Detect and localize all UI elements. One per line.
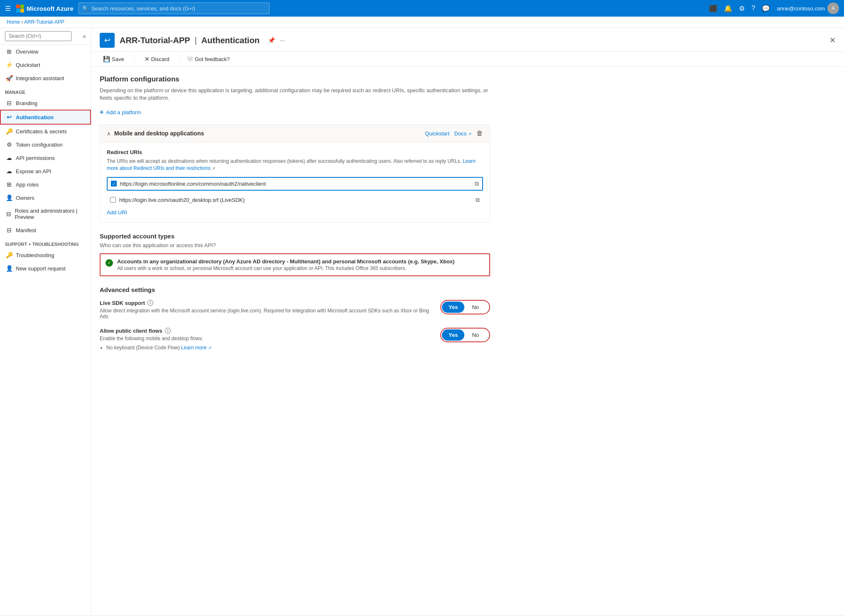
live-sdk-yes[interactable]: Yes [442, 302, 464, 313]
sidebar-item-owners[interactable]: 👤 Owners [0, 191, 91, 204]
sidebar-item-certs[interactable]: 🔑 Certificates & secrets [0, 125, 91, 138]
toolbar-divider-2 [179, 55, 180, 63]
live-sdk-toggle-wrapper: Yes No [440, 300, 490, 314]
sidebar-item-manifest[interactable]: ⊟ Manifest [0, 223, 91, 237]
copy-icon-1[interactable]: ⧉ [475, 180, 479, 187]
platform-card-header: ∧ Mobile and desktop applications Quicks… [100, 125, 490, 142]
breadcrumb-app[interactable]: ARR-Tutorial-APP [24, 19, 64, 25]
token-icon: ⚙ [6, 141, 12, 148]
sidebar-item-token[interactable]: ⚙ Token configuration [0, 138, 91, 151]
sidebar-item-label: Manifest [16, 227, 36, 233]
sidebar-item-label: App roles [16, 182, 39, 188]
toolbar-divider [134, 55, 135, 63]
add-uri-button[interactable]: Add URI [107, 209, 483, 216]
docs-link[interactable]: Docs ↗ [454, 130, 471, 137]
sidebar-item-authentication[interactable]: ↩ Authentication [0, 110, 91, 125]
platform-configs-desc: Depending on the platform or device this… [100, 87, 490, 102]
search-input[interactable] [91, 5, 266, 12]
live-sdk-no[interactable]: No [465, 302, 486, 313]
sidebar-item-branding[interactable]: ⊟ Branding [0, 96, 91, 110]
public-client-yes[interactable]: Yes [442, 329, 464, 341]
avatar: A [827, 2, 839, 14]
uri-checkbox-1[interactable]: ✓ [111, 181, 117, 187]
sidebar-item-support[interactable]: 👤 New support request [0, 262, 91, 275]
feedback-icon[interactable]: 💬 [762, 5, 770, 12]
content-area: ↩ ARR-Tutorial-APP | Authentication 📌 ··… [91, 28, 844, 615]
external-link-icon: ↗ [468, 132, 471, 136]
public-client-label: Allow public client flows [100, 328, 162, 334]
svg-rect-2 [16, 9, 20, 12]
live-sdk-content: Live SDK support i Allow direct integrat… [100, 300, 434, 319]
notifications-icon[interactable]: 🔔 [724, 5, 732, 12]
cloud-shell-icon[interactable]: ⬛ [709, 5, 717, 12]
sidebar-item-label: Authentication [16, 114, 54, 120]
sidebar-item-troubleshooting[interactable]: 🔑 Troubleshooting [0, 248, 91, 262]
account-option-selected[interactable]: ✓ Accounts in any organizational directo… [100, 253, 490, 276]
sidebar-item-approles[interactable]: ⊞ App roles [0, 178, 91, 191]
manifest-icon: ⊟ [6, 227, 12, 233]
sidebar-item-quickstart[interactable]: ⚡ Quickstart [0, 58, 91, 71]
uri-text-1: https://login.microsoftonline.com/common… [120, 181, 471, 187]
supported-accounts-title: Supported account types [100, 233, 490, 240]
sidebar-search-input[interactable] [5, 31, 71, 41]
sidebar-item-label: Owners [16, 195, 34, 201]
live-sdk-setting: Live SDK support i Allow direct integrat… [100, 300, 490, 319]
sidebar-item-label: Overview [16, 49, 38, 55]
public-client-setting: Allow public client flows i Enable the f… [100, 328, 490, 352]
help-icon[interactable]: ? [751, 5, 755, 12]
app-logo: Microsoft Azure [16, 4, 74, 12]
owners-icon: 👤 [6, 194, 12, 201]
user-menu[interactable]: anne@contoso.com A [777, 2, 839, 14]
add-platform-button[interactable]: + Add a platform [100, 108, 490, 116]
support-section-label: Support + Troubleshooting [0, 237, 91, 248]
main-container: « ⊞ Overview ⚡ Quickstart 🚀 Integration … [0, 28, 844, 615]
hamburger-icon[interactable]: ☰ [5, 5, 11, 12]
public-client-bullet-1: No keyboard (Device Code Flow) Learn mor… [106, 345, 434, 351]
feedback-button[interactable]: 🤍 Got feedback? [186, 56, 230, 62]
svg-rect-1 [20, 5, 24, 8]
save-button[interactable]: 💾 Save [100, 54, 128, 64]
info-icon-live: i [147, 300, 153, 306]
sidebar-item-integration[interactable]: 🚀 Integration assistant [0, 71, 91, 85]
sidebar-item-label: API permissions [16, 155, 55, 161]
quickstart-link[interactable]: Quickstart [425, 130, 449, 137]
discard-button[interactable]: ✕ Discard [141, 54, 173, 64]
collapse-icon[interactable]: ∧ [107, 130, 111, 137]
support-icon: 👤 [6, 265, 12, 272]
settings-icon[interactable]: ⚙ [739, 5, 745, 12]
sidebar-item-label: Branding [16, 100, 37, 106]
sidebar-item-label: Quickstart [16, 62, 40, 68]
account-option-title: Accounts in any organizational directory… [117, 258, 484, 265]
learn-more-link[interactable]: Learn more ↗ [181, 345, 211, 351]
public-client-toggle[interactable]: Yes No [440, 328, 490, 342]
public-client-content: Allow public client flows i Enable the f… [100, 328, 434, 352]
sidebar-item-api[interactable]: ☁ API permissions [0, 151, 91, 164]
authentication-icon: ↩ [6, 114, 12, 120]
sidebar-item-expose[interactable]: ☁ Expose an API [0, 164, 91, 178]
sidebar-item-label: Expose an API [16, 168, 51, 174]
platform-card-title: Mobile and desktop applications [114, 130, 204, 137]
uri-checkbox-2[interactable] [110, 197, 116, 203]
breadcrumb-home[interactable]: Home [7, 19, 20, 25]
public-client-no[interactable]: No [465, 329, 486, 341]
external-link-icon-2: ↗ [212, 166, 215, 171]
sidebar-search-container: « [0, 28, 91, 45]
svg-rect-0 [16, 5, 20, 8]
live-sdk-toggle[interactable]: Yes No [440, 300, 490, 314]
close-button[interactable]: ✕ [829, 36, 836, 45]
delete-icon[interactable]: 🗑 [476, 130, 483, 137]
topbar: ☰ Microsoft Azure 🔍 ⬛ 🔔 ⚙ ? 💬 anne@conto… [0, 0, 844, 17]
sidebar-item-roles[interactable]: ⊟ Roles and administrators | Preview [0, 204, 91, 223]
copy-icon-2[interactable]: ⧉ [476, 196, 480, 204]
external-link-icon-3: ↗ [208, 346, 211, 350]
sidebar-item-overview[interactable]: ⊞ Overview [0, 45, 91, 58]
approles-icon: ⊞ [6, 181, 12, 188]
page-header: ↩ ARR-Tutorial-APP | Authentication 📌 ··… [91, 28, 844, 52]
more-icon[interactable]: ··· [280, 37, 285, 44]
uri-row-2: https://login.live.com/oauth20_desktop.s… [107, 194, 483, 206]
heart-icon: 🤍 [186, 56, 193, 62]
roles-icon: ⊟ [6, 211, 12, 217]
sidebar-collapse-icon[interactable]: « [83, 33, 86, 39]
search-bar[interactable]: 🔍 [79, 2, 270, 14]
pin-icon[interactable]: 📌 [268, 37, 275, 44]
